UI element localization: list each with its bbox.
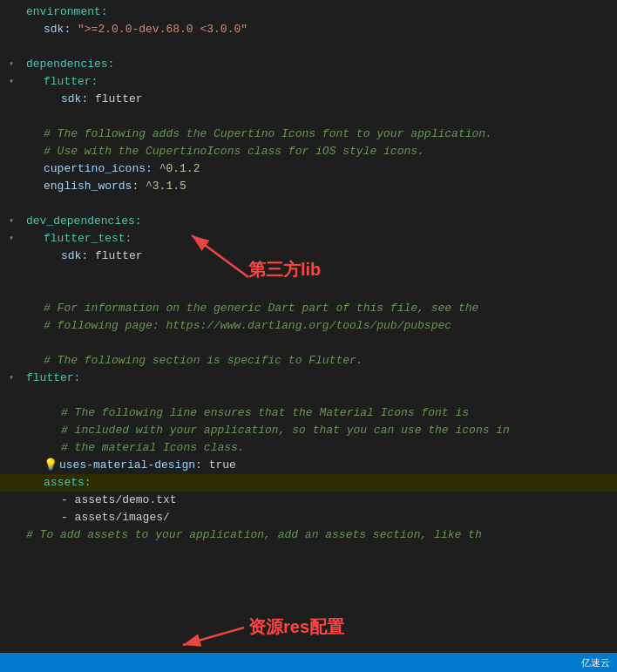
line-6: sdk: flutter [0,91,617,108]
bottom-bar: 亿速云 [0,653,617,672]
line-content-21: # The following section is specific to F… [26,352,617,370]
kv-key-6: sdk: [61,92,88,105]
line-content-25: # included with your application, so tha… [26,422,617,439]
line-25: # included with your application, so tha… [0,422,617,439]
line-7 [0,108,617,126]
line-17 [0,282,617,300]
kv-value-11: ^3.1.5 [139,180,186,193]
kv-value-15: flutter [88,249,142,262]
line-content-24: # The following line ensures that the Ma… [26,404,617,422]
line-1: environment: [0,3,617,21]
line-31: # To add assets to your application, add… [0,526,617,544]
line-23 [0,387,617,404]
line-14: ▾flutter_test: [0,230,617,248]
line-28: assets: [0,474,617,492]
line-24: # The following line ensures that the Ma… [0,404,617,422]
line-15: sdk: flutter [0,248,617,265]
line-content-23 [26,387,617,404]
key-text-1: environment: [26,5,108,18]
fold-arrow-13[interactable]: ▾ [9,213,17,221]
code-area: environment:sdk: ">=2.0.0-dev.68.0 <3.0.… [0,0,617,547]
line-5: ▾flutter: [0,73,617,91]
kv-value-10: ^0.1.2 [153,162,200,175]
line-content-14: flutter_test: [26,230,617,248]
comment-24: # The following line ensures that the Ma… [61,406,469,419]
key-text-22: flutter: [26,371,80,384]
line-12 [0,195,617,213]
line-content-7 [26,108,617,126]
line-content-31: # To add assets to your application, add… [26,526,617,544]
line-content-10: cupertino_icons: ^0.1.2 [26,160,617,178]
line-content-3 [26,38,617,56]
comment-9: # Use with the CupertinoIcons class for … [44,145,424,158]
line-4: ▾dependencies: [0,56,617,73]
line-gutter-5: ▾ [0,73,26,82]
comment-25: # included with your application, so tha… [61,424,510,437]
line-content-11: english_words: ^3.1.5 [26,178,617,195]
line-gutter-4: ▾ [0,56,26,64]
line-content-18: # For information on the generic Dart pa… [26,300,617,317]
line-content-20 [26,335,617,352]
kv-value-27: true [202,458,236,472]
key-text-13: dev_dependencies: [26,214,142,227]
line-content-15: sdk: flutter [26,248,617,265]
kv-key-27: uses-material-design: [59,458,202,472]
line-content-17 [26,282,617,300]
key-text-4: dependencies: [26,58,114,71]
line-gutter-14: ▾ [0,230,26,239]
editor-container: environment:sdk: ">=2.0.0-dev.68.0 <3.0.… [0,0,617,672]
svg-line-3 [183,628,244,645]
line-3 [0,38,617,56]
key-text-5: flutter: [44,75,98,88]
fold-arrow-22[interactable]: ▾ [9,370,17,378]
line-content-6: sdk: flutter [26,91,617,108]
line-16 [0,265,617,282]
line-content-1: environment: [26,3,617,21]
line-content-8: # The following adds the Cupertino Icons… [26,126,617,143]
line-content-30: - assets/images/ [26,509,617,526]
line-content-28: assets: [26,474,617,492]
list-item-text-30: - assets/images/ [61,511,170,524]
annotation-assets-label: 资源res配置 [248,615,344,639]
comment-18: # For information on the generic Dart pa… [44,302,478,315]
line-21: # The following section is specific to F… [0,352,617,370]
line-content-13: dev_dependencies: [26,213,617,230]
line-content-26: # the material Icons class. [26,439,617,457]
fold-arrow-5[interactable]: ▾ [9,73,17,82]
line-27: 💡uses-material-design: true [0,457,617,474]
line-9: # Use with the CupertinoIcons class for … [0,143,617,160]
line-11: english_words: ^3.1.5 [0,178,617,195]
line-content-27: 💡uses-material-design: true [26,457,617,474]
line-content-4: dependencies: [26,56,617,73]
kv-key-11: english_words: [44,180,139,193]
line-content-12 [26,195,617,213]
line-content-2: sdk: ">=2.0.0-dev.68.0 <3.0.0" [26,21,617,38]
bottom-bar-text: 亿速云 [581,656,610,669]
kv-value-2: ">=2.0.0-dev.68.0 <3.0.0" [71,23,247,36]
line-19: # following page: https://www.dartlang.o… [0,317,617,335]
kv-key-10: cupertino_icons: [44,162,153,175]
line-8: # The following adds the Cupertino Icons… [0,126,617,143]
line-content-22: flutter: [26,370,617,387]
key-text-28: assets: [44,476,92,489]
comment-8: # The following adds the Cupertino Icons… [44,127,492,140]
line-10: cupertino_icons: ^0.1.2 [0,160,617,178]
fold-arrow-14[interactable]: ▾ [9,230,17,239]
line-20 [0,335,617,352]
list-item-text-29: - assets/demo.txt [61,493,177,506]
comment-31: # To add assets to your application, add… [26,528,482,541]
line-content-29: - assets/demo.txt [26,492,617,509]
kv-key-15: sdk: [61,249,88,262]
line-26: # the material Icons class. [0,439,617,457]
comment-26: # the material Icons class. [61,441,245,454]
key-text-14: flutter_test: [44,232,132,245]
line-content-19: # following page: https://www.dartlang.o… [26,317,617,335]
line-29: - assets/demo.txt [0,492,617,509]
line-2: sdk: ">=2.0.0-dev.68.0 <3.0.0" [0,21,617,38]
fold-arrow-4[interactable]: ▾ [9,56,17,64]
kv-value-6: flutter [88,92,142,105]
line-30: - assets/images/ [0,509,617,526]
comment-19: # following page: https://www.dartlang.o… [44,319,451,332]
line-content-5: flutter: [26,73,617,91]
line-22: ▾flutter: [0,370,617,387]
